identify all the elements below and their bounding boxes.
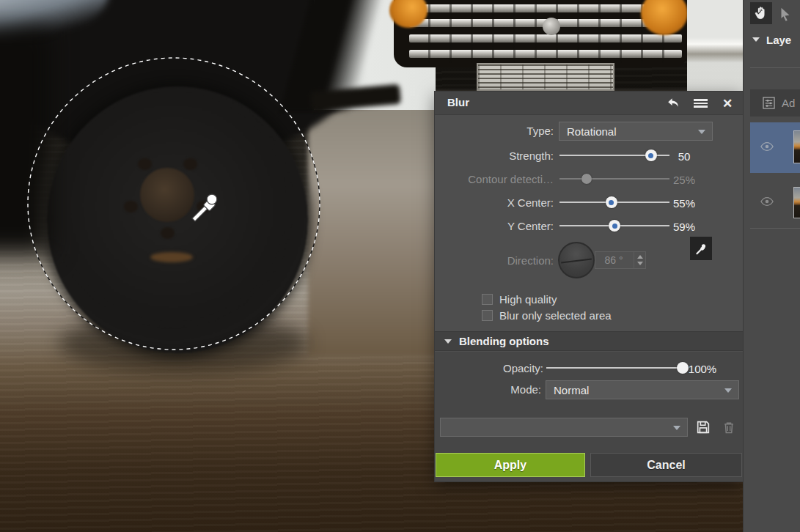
direction-dial bbox=[558, 242, 595, 278]
direction-spinner: 86 ° bbox=[595, 251, 646, 269]
strength-slider[interactable] bbox=[559, 149, 669, 161]
chevron-down-icon bbox=[673, 426, 680, 430]
contour-label: Contour detecti… bbox=[435, 173, 554, 185]
chevron-down-icon bbox=[698, 130, 705, 134]
layers-panel-header[interactable]: Laye bbox=[744, 31, 800, 48]
blur-selected-label: Blur only selected area bbox=[499, 309, 612, 322]
preset-dropdown[interactable] bbox=[440, 418, 688, 437]
spin-down-icon bbox=[637, 262, 643, 265]
opacity-slider[interactable] bbox=[546, 362, 683, 374]
sidebar-divider bbox=[750, 228, 800, 229]
hand-icon bbox=[754, 6, 768, 21]
spin-up-icon bbox=[637, 255, 643, 259]
ycenter-value: 59% bbox=[662, 221, 706, 233]
strength-value: 50 bbox=[662, 150, 706, 163]
hand-tool-button[interactable] bbox=[750, 2, 772, 24]
contour-slider bbox=[559, 173, 669, 185]
cancel-label: Cancel bbox=[647, 459, 685, 472]
cancel-button[interactable]: Cancel bbox=[590, 453, 742, 477]
apply-button[interactable]: Apply bbox=[436, 453, 585, 477]
delete-preset-button[interactable] bbox=[719, 417, 738, 437]
layer-thumbnail[interactable] bbox=[793, 187, 800, 218]
eyedropper-button[interactable] bbox=[690, 237, 712, 260]
dialog-header[interactable]: Blur ✕ bbox=[435, 92, 743, 115]
save-preset-button[interactable] bbox=[694, 417, 713, 437]
ycenter-label: Y Center: bbox=[435, 220, 554, 232]
chevron-down-icon bbox=[444, 339, 452, 344]
type-dropdown[interactable]: Rotational bbox=[559, 122, 713, 141]
adjustments-label: Ad bbox=[782, 97, 795, 109]
blending-options-header[interactable]: Blending options bbox=[435, 331, 743, 351]
photo-wheel-hub bbox=[140, 168, 194, 222]
mode-value: Normal bbox=[554, 384, 589, 396]
visibility-eye-icon[interactable] bbox=[760, 141, 774, 152]
xcenter-slider[interactable] bbox=[559, 196, 669, 208]
blur-selected-checkbox-row[interactable]: Blur only selected area bbox=[482, 309, 612, 321]
photo-lug-hole bbox=[138, 158, 152, 170]
photo-rim-rust bbox=[150, 252, 193, 262]
strength-label: Strength: bbox=[435, 149, 554, 162]
xcenter-value: 55% bbox=[662, 197, 706, 210]
selection-tool-button[interactable] bbox=[777, 6, 793, 22]
photo-lug-hole bbox=[124, 201, 138, 213]
photo-lug-hole bbox=[197, 201, 210, 213]
photo-foreground-blur bbox=[0, 26, 51, 254]
mode-dropdown[interactable]: Normal bbox=[546, 380, 739, 399]
blur-selected-checkbox[interactable] bbox=[482, 310, 493, 321]
adjustments-icon bbox=[762, 96, 776, 110]
close-icon[interactable]: ✕ bbox=[719, 95, 735, 111]
direction-value: 86 ° bbox=[595, 254, 632, 266]
photo-lug-hole bbox=[161, 227, 175, 239]
photo-body-right bbox=[687, 0, 743, 98]
high-quality-label: High quality bbox=[499, 293, 557, 306]
spinner-arrows bbox=[634, 252, 645, 268]
layers-sidebar: Laye Ad bbox=[743, 0, 800, 532]
sidebar-divider bbox=[750, 67, 800, 68]
type-label: Type: bbox=[435, 125, 554, 137]
adjustments-button[interactable]: Ad bbox=[750, 89, 800, 117]
direction-label: Direction: bbox=[435, 254, 554, 267]
chevron-down-icon bbox=[752, 37, 760, 42]
blur-dialog: Blur ✕ Type: Rotational Strength: 50 Con… bbox=[435, 92, 743, 481]
contour-value: 25% bbox=[662, 174, 706, 186]
trash-icon bbox=[722, 419, 736, 435]
dialog-title: Blur bbox=[447, 96, 469, 108]
visibility-eye-icon[interactable] bbox=[760, 196, 774, 207]
ycenter-slider[interactable] bbox=[559, 220, 669, 232]
high-quality-checkbox-row[interactable]: High quality bbox=[482, 293, 557, 305]
blending-options-title: Blending options bbox=[459, 335, 548, 347]
type-value: Rotational bbox=[567, 125, 617, 138]
cursor-arrow-icon bbox=[777, 6, 793, 22]
layer-row[interactable] bbox=[750, 180, 800, 223]
save-icon bbox=[695, 419, 711, 435]
undo-icon[interactable] bbox=[665, 95, 681, 111]
menu-icon[interactable] bbox=[692, 95, 708, 111]
photo-mesh-grille bbox=[477, 63, 614, 91]
opacity-label: Opacity: bbox=[435, 362, 543, 374]
eyedropper-icon bbox=[694, 241, 708, 256]
photo-grille-bolt bbox=[543, 18, 560, 35]
layer-thumbnail[interactable] bbox=[793, 130, 800, 163]
layer-row-selected[interactable] bbox=[750, 122, 800, 173]
mode-label: Mode: bbox=[435, 383, 541, 396]
chevron-down-icon bbox=[724, 388, 732, 393]
xcenter-label: X Center: bbox=[435, 196, 554, 209]
opacity-value: 100% bbox=[680, 363, 724, 375]
photo-lug-hole bbox=[183, 158, 197, 170]
layers-panel-title: Laye bbox=[766, 34, 791, 46]
apply-label: Apply bbox=[494, 459, 526, 472]
high-quality-checkbox[interactable] bbox=[482, 294, 493, 305]
